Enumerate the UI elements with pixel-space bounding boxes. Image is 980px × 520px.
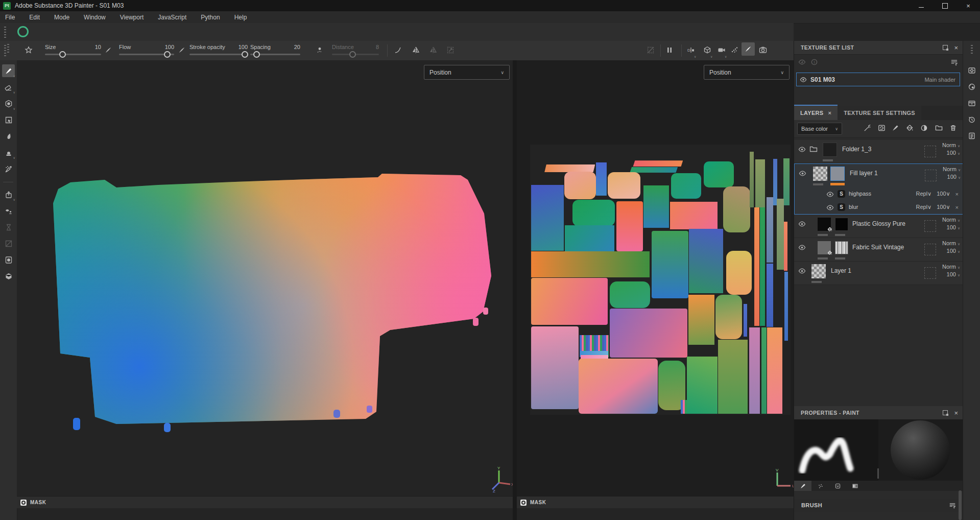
tool-assets[interactable] [2, 270, 15, 282]
tool-render[interactable] [2, 253, 15, 266]
menu-edit[interactable]: Edit [22, 11, 47, 23]
visibility-eye-icon[interactable] [800, 76, 807, 83]
blend-mode-select[interactable]: Norm∨ [942, 264, 960, 270]
blend-mode-select[interactable]: Norm∨ [942, 142, 960, 148]
tab-material[interactable] [846, 481, 864, 491]
layer-row-smart-dark[interactable]: Plastic Glossy PureNorm∨100∨ [794, 215, 963, 238]
add-paint-layer-icon[interactable] [892, 124, 899, 132]
toolbar-grip[interactable] [4, 45, 6, 56]
brush-tip-icon[interactable] [104, 46, 112, 54]
add-smart-material-icon[interactable] [878, 124, 886, 132]
symmetry-radial-icon[interactable] [429, 46, 437, 54]
slider-track[interactable] [45, 54, 101, 55]
layer-row-folder[interactable]: Folder 1_3Norm∨100∨ [794, 140, 963, 163]
particle-brush-icon[interactable] [730, 46, 738, 54]
opacity-select[interactable]: 100∨ [947, 224, 960, 230]
effect-opacity-select[interactable]: 100∨ [937, 204, 950, 210]
close-panel-icon[interactable]: × [954, 410, 958, 416]
texture-set-item[interactable]: S01 M03 Main shader [796, 73, 960, 86]
tab-particles[interactable] [811, 481, 829, 491]
blend-mode-select[interactable]: Norm∨ [942, 217, 960, 223]
channel-view-select-3d[interactable]: Position ∨ [424, 65, 510, 80]
brush-tip-icon[interactable] [178, 46, 186, 54]
remove-effect-icon[interactable]: × [955, 204, 959, 210]
shader-settings-icon[interactable] [967, 82, 977, 92]
paint-tool-icon[interactable] [742, 42, 755, 56]
slider-track[interactable] [189, 54, 248, 55]
tab-stencil[interactable] [829, 481, 846, 491]
lazy-mouse-icon[interactable] [316, 46, 324, 54]
menu-window[interactable]: Window [77, 11, 113, 23]
visibility-eye-icon[interactable] [826, 191, 834, 198]
tool-frame[interactable] [2, 237, 15, 250]
menu-javascript[interactable]: JavaScript [151, 11, 194, 23]
menu-file[interactable]: File [0, 11, 22, 23]
opacity-select[interactable]: 100∨ [947, 248, 960, 254]
slider-track[interactable] [250, 54, 300, 55]
display-settings-icon[interactable] [967, 65, 977, 76]
add-effect-icon[interactable] [864, 124, 871, 132]
section-menu-icon[interactable] [949, 502, 956, 509]
opacity-select[interactable]: 100∨ [947, 174, 961, 180]
view-3d-icon[interactable] [703, 46, 711, 54]
split-view-icon[interactable]: D [687, 46, 695, 54]
opacity-select[interactable]: 100∨ [947, 271, 960, 277]
tool-polygon-fill[interactable] [2, 113, 15, 126]
slider-distance[interactable]: Distance8 [332, 43, 379, 58]
layer-effect-row[interactable]: SblurRepl∨100∨× [795, 201, 963, 214]
slider-flow[interactable]: Flow100 [119, 43, 174, 58]
add-fill-layer-icon[interactable] [906, 124, 914, 132]
float-panel-icon[interactable] [943, 410, 948, 415]
slider-knob[interactable] [253, 51, 260, 58]
layer-row-smart-fabric[interactable]: Fabric Suit VintageNorm∨100∨ [794, 238, 963, 262]
opacity-select[interactable]: 100∨ [947, 150, 960, 156]
mask-placeholder[interactable] [924, 220, 936, 232]
minimize-button[interactable] [910, 0, 933, 11]
tool-material-picker[interactable] [2, 162, 15, 175]
visibility-eye-icon[interactable] [799, 170, 806, 177]
tab-brush[interactable] [794, 481, 811, 491]
visibility-eye-icon[interactable] [798, 244, 806, 251]
brush-section-header[interactable]: BRUSH [794, 499, 963, 512]
tool-clone[interactable]: ∨ [2, 146, 15, 159]
preview-divider[interactable] [877, 468, 879, 479]
slider-spacing[interactable]: Spacing20 [250, 43, 300, 58]
solo-view-icon[interactable]: 1 [810, 58, 818, 66]
visibility-eye-icon[interactable] [798, 267, 806, 275]
slider-stroke-opacity[interactable]: Stroke opacity100 [189, 43, 248, 58]
viewport-divider[interactable] [513, 60, 517, 520]
tool-smudge[interactable] [2, 130, 15, 143]
menu-help[interactable]: Help [227, 11, 254, 23]
float-panel-icon[interactable] [943, 45, 948, 50]
slider-track[interactable] [119, 54, 174, 55]
menu-python[interactable]: Python [194, 11, 227, 23]
tool-paint[interactable]: ∨ [2, 64, 15, 77]
delete-layer-icon[interactable] [949, 124, 957, 132]
screenshot-icon[interactable] [759, 46, 767, 54]
slider-knob[interactable] [242, 51, 248, 58]
tool-eraser[interactable]: ∨ [2, 81, 15, 93]
list-options-icon[interactable] [950, 58, 958, 66]
blend-mode-select[interactable]: Norm∨ [942, 240, 960, 246]
menu-mode[interactable]: Mode [47, 11, 77, 23]
transform-icon[interactable] [446, 46, 455, 54]
close-tab-icon[interactable]: × [828, 110, 831, 116]
maximize-button[interactable] [933, 0, 957, 11]
slider-knob[interactable] [349, 51, 356, 58]
plugin-logo-icon[interactable] [17, 26, 29, 37]
brush-stamp-icon[interactable] [25, 46, 33, 54]
symmetry-icon[interactable] [412, 46, 420, 54]
channel-view-select-2d[interactable]: Position ∨ [704, 65, 790, 80]
tool-bake[interactable] [2, 221, 15, 233]
toolbar-grip[interactable] [4, 27, 6, 38]
tool-export[interactable]: ∨ [2, 188, 15, 201]
blend-mode-select[interactable]: Norm∨ [943, 166, 961, 172]
slider-knob[interactable] [59, 51, 66, 58]
add-smart-mask-icon[interactable] [920, 124, 928, 132]
slider-track[interactable] [332, 54, 379, 55]
menu-viewport[interactable]: Viewport [113, 11, 151, 23]
slider-knob[interactable] [164, 51, 171, 58]
eye-sync-icon[interactable] [798, 58, 806, 66]
effect-opacity-select[interactable]: 100∨ [937, 191, 950, 197]
properties-scrollbar[interactable] [959, 490, 962, 520]
